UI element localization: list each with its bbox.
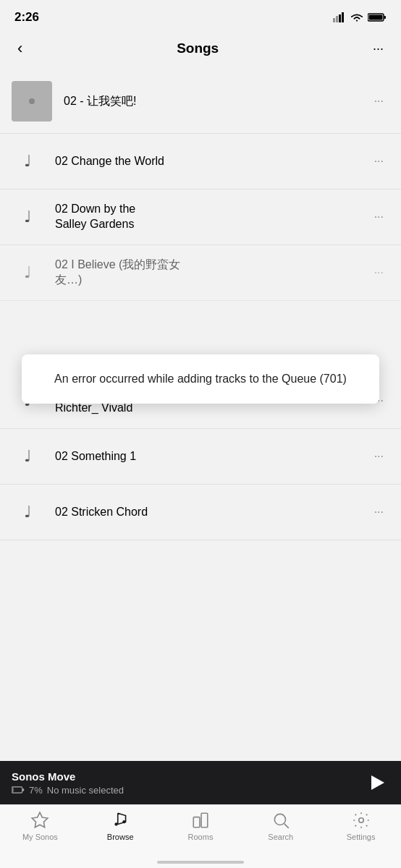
tab-label-search: Search: [268, 833, 293, 841]
back-button[interactable]: ‹: [12, 36, 28, 61]
battery-small-icon: [12, 786, 25, 793]
music-note-icon: ♩: [12, 441, 43, 472]
svg-rect-3: [342, 12, 344, 22]
song-thumbnail: [12, 81, 52, 122]
song-more-button[interactable]: ···: [368, 503, 389, 522]
svg-point-12: [122, 820, 125, 823]
song-more-button[interactable]: ···: [368, 152, 389, 171]
tab-label-my-sonos: My Sonos: [22, 833, 58, 841]
rooms-icon: [191, 811, 210, 830]
tab-rooms[interactable]: Rooms: [161, 811, 241, 841]
song-more-button[interactable]: ···: [368, 447, 389, 466]
tab-settings[interactable]: Settings: [321, 811, 401, 841]
svg-rect-9: [12, 788, 13, 792]
star-icon: [30, 811, 49, 830]
svg-rect-5: [384, 16, 387, 19]
music-note-icon: ♩: [12, 496, 43, 528]
list-item: ♩ 02 Stricken Chord ···: [0, 485, 401, 540]
wifi-icon: [350, 12, 363, 22]
tab-search[interactable]: Search: [240, 811, 321, 841]
track-status: No music selected: [47, 785, 124, 796]
music-note-icon: ♩: [12, 145, 43, 177]
list-item: 02 - 让我笑吧! ···: [0, 69, 401, 134]
tab-label-rooms: Rooms: [188, 833, 214, 841]
svg-marker-10: [33, 812, 48, 827]
list-item: ♩ 02 Something 1 ···: [0, 429, 401, 485]
svg-rect-2: [339, 14, 341, 22]
more-button[interactable]: ···: [367, 38, 389, 59]
tab-browse[interactable]: Browse: [80, 811, 161, 841]
song-title: 02 Stricken Chord: [55, 505, 368, 520]
svg-rect-14: [201, 813, 208, 827]
home-indicator: [157, 861, 244, 864]
svg-point-17: [358, 818, 363, 823]
header: ‹ Songs ···: [0, 30, 401, 69]
status-icons: [333, 12, 387, 22]
tab-label-browse: Browse: [107, 833, 134, 841]
play-button[interactable]: [363, 770, 389, 796]
svg-rect-6: [369, 15, 383, 20]
status-time: 2:26: [14, 10, 39, 25]
svg-rect-0: [333, 18, 335, 22]
search-icon: [271, 811, 290, 830]
song-more-button[interactable]: ···: [368, 263, 389, 282]
music-note-icon: ♩: [12, 201, 43, 233]
song-title: 02 Change the World: [55, 154, 368, 169]
song-more-button[interactable]: ···: [368, 92, 389, 111]
error-message: An error occurred while adding tracks to…: [54, 373, 347, 385]
battery-icon: [368, 12, 387, 22]
thumb-dot: [29, 98, 35, 104]
now-playing-bar[interactable]: Sonos Move 7% No music selected: [0, 761, 401, 804]
svg-point-15: [274, 814, 285, 825]
play-icon: [371, 775, 384, 790]
song-title: 02 I Believe (我的野蛮女友…): [55, 258, 368, 288]
browse-icon: [111, 811, 130, 830]
tab-bar: My Sonos Browse Rooms Search Settings: [0, 804, 401, 868]
svg-rect-13: [193, 817, 200, 827]
list-item: ♩ 02 I Believe (我的野蛮女友…) ···: [0, 245, 401, 301]
song-title: 02 - 让我笑吧!: [64, 94, 368, 109]
tab-my-sonos[interactable]: My Sonos: [0, 811, 80, 841]
song-list: 02 - 让我笑吧! ··· ♩ 02 Change the World ···…: [0, 69, 401, 540]
svg-line-16: [284, 824, 289, 828]
svg-point-11: [115, 822, 118, 825]
signal-icon: [333, 12, 346, 22]
device-name: Sonos Move: [12, 770, 124, 783]
settings-icon: [352, 811, 371, 830]
playback-status: 7% No music selected: [12, 785, 124, 796]
svg-rect-8: [22, 788, 24, 791]
status-bar: 2:26: [0, 0, 401, 30]
svg-rect-1: [336, 16, 338, 22]
battery-percent: 7%: [29, 785, 43, 796]
page-title: Songs: [177, 41, 219, 56]
list-item: ♩ 02 Change the World ···: [0, 134, 401, 190]
list-item: ♩ 02 Down by theSalley Gardens ···: [0, 190, 401, 245]
now-playing-info: Sonos Move 7% No music selected: [12, 770, 124, 796]
music-note-icon: ♩: [12, 257, 43, 289]
tab-label-settings: Settings: [347, 833, 376, 841]
song-more-button[interactable]: ···: [368, 208, 389, 226]
song-title: 02 Down by theSalley Gardens: [55, 202, 368, 232]
error-toast: An error occurred while adding tracks to…: [22, 354, 379, 404]
song-title: 02 Something 1: [55, 449, 368, 464]
